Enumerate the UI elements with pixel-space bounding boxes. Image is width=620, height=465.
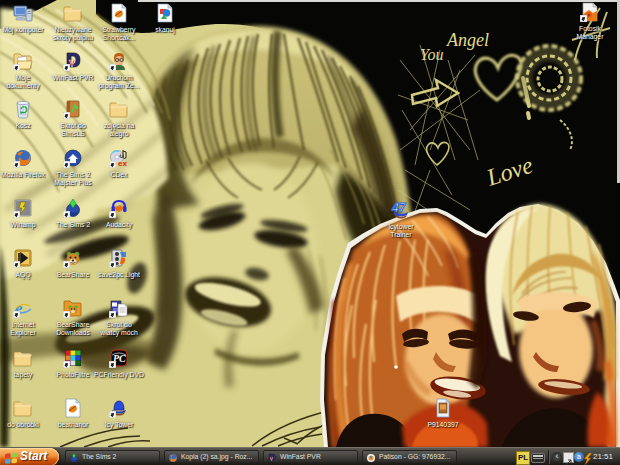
svg-text:ex: ex bbox=[118, 159, 127, 168]
svg-text:47: 47 bbox=[391, 201, 407, 215]
svg-text:Angel: Angel bbox=[446, 30, 489, 50]
svg-text:You: You bbox=[420, 46, 443, 63]
